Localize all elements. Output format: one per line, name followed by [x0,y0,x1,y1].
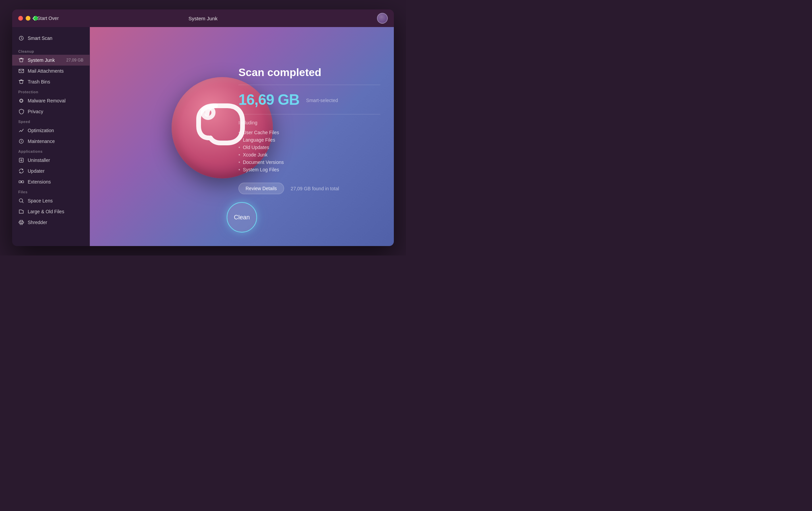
file-list: User Cache Files Language Files Old Upda… [238,129,380,173]
list-item: Language Files [238,136,380,144]
space-lens-label: Space Lens [28,198,53,203]
sidebar-item-uninstaller[interactable]: Uninstaller [12,155,90,166]
sidebar: Smart Scan Cleanup System Junk 27,09 GB [12,27,90,246]
section-files-label: Files [12,187,90,195]
size-value: 16,69 GB [238,91,299,108]
sidebar-item-shredder[interactable]: Shredder [12,217,90,228]
shredder-label: Shredder [28,220,47,225]
svg-rect-6 [22,181,24,183]
svg-rect-5 [19,181,21,183]
system-junk-label: System Junk [28,57,55,63]
chevron-left-icon [32,16,35,21]
content-area: Scan completed 16,69 GB Smart-selected I… [90,27,394,246]
extensions-icon [18,179,24,185]
clean-button-container: Clean [227,202,257,233]
sidebar-item-trash-bins[interactable]: Trash Bins [12,76,90,87]
sidebar-item-system-junk[interactable]: System Junk 27,09 GB [12,55,90,66]
mail-icon [18,68,24,74]
trash-bins-label: Trash Bins [28,79,50,84]
info-panel: Scan completed 16,69 GB Smart-selected I… [238,66,380,194]
clean-button[interactable]: Clean [227,202,257,233]
divider-1 [238,85,380,85]
window-title: System Junk [188,16,218,21]
shredder-icon [18,219,24,225]
system-junk-badge: 27,09 GB [66,58,83,63]
trash-icon [18,79,24,85]
list-item: Xcode Junk [238,151,380,159]
privacy-icon [18,108,24,115]
divider-2 [238,114,380,115]
malware-icon [18,98,24,104]
minimize-button[interactable] [26,16,30,21]
smart-scan-label: Smart Scan [28,35,52,41]
review-details-button[interactable]: Review Details [238,183,284,194]
section-applications-label: Applications [12,147,90,155]
space-lens-icon [18,198,24,204]
updater-icon [18,168,24,174]
maintenance-icon [18,138,24,144]
list-item: Document Versions [238,159,380,166]
avatar[interactable] [377,13,388,24]
privacy-label: Privacy [28,109,43,114]
found-text: 27,09 GB found in total [291,186,339,191]
optimization-icon [18,127,24,133]
sidebar-item-mail-attachments[interactable]: Mail Attachments [12,66,90,76]
maintenance-label: Maintenance [28,139,55,144]
including-label: Including [238,120,380,125]
close-button[interactable] [18,16,23,21]
main-content: Smart Scan Cleanup System Junk 27,09 GB [12,27,394,246]
section-speed-label: Speed [12,117,90,125]
back-button[interactable]: Start Over [32,16,59,21]
list-item: Old Updates [238,144,380,151]
section-protection-label: Protection [12,87,90,95]
large-files-icon [18,209,24,215]
updater-label: Updater [28,168,45,174]
list-item: User Cache Files [238,129,380,136]
sidebar-item-optimization[interactable]: Optimization [12,125,90,136]
smart-selected-label: Smart-selected [306,98,338,103]
titlebar: Start Over System Junk [12,9,394,27]
sidebar-item-smart-scan[interactable]: Smart Scan [12,32,90,44]
malware-removal-label: Malware Removal [28,98,66,103]
section-cleanup-label: Cleanup [12,47,90,55]
bottom-row: Review Details 27,09 GB found in total [238,183,380,194]
svg-rect-1 [19,69,24,73]
list-item: System Log Files [238,166,380,173]
extensions-label: Extensions [28,179,51,185]
sidebar-item-privacy[interactable]: Privacy [12,106,90,117]
smart-scan-icon [18,35,24,41]
back-label: Start Over [37,16,59,21]
sidebar-item-space-lens[interactable]: Space Lens [12,195,90,206]
large-old-files-label: Large & Old Files [28,209,64,214]
sidebar-item-large-old-files[interactable]: Large & Old Files [12,206,90,217]
system-junk-icon [18,57,24,63]
optimization-label: Optimization [28,128,54,133]
svg-point-3 [21,140,22,141]
scan-completed-title: Scan completed [238,66,380,79]
sidebar-item-maintenance[interactable]: Maintenance [12,136,90,147]
size-row: 16,69 GB Smart-selected [238,91,380,108]
uninstaller-icon [18,157,24,163]
app-window: Start Over System Junk Smart Scan Cleanu… [12,9,394,246]
uninstaller-label: Uninstaller [28,157,50,163]
mail-attachments-label: Mail Attachments [28,68,64,74]
sidebar-item-malware-removal[interactable]: Malware Removal [12,95,90,106]
sidebar-item-updater[interactable]: Updater [12,166,90,176]
sidebar-item-extensions[interactable]: Extensions [12,176,90,187]
